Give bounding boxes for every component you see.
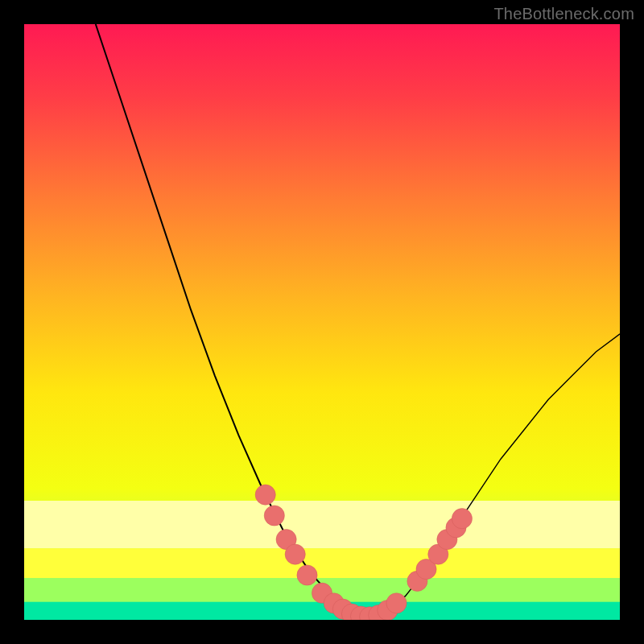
marker-point [285,544,305,564]
band-yellow [24,548,620,578]
marker-point [297,565,317,585]
marker-point [255,485,275,505]
chart-frame: TheBottleneck.com [0,0,644,644]
marker-point [264,506,284,526]
plot-area [24,24,620,620]
band-green [24,602,620,620]
watermark-text: TheBottleneck.com [493,5,634,23]
bottleneck-chart [24,24,620,620]
band-pale [24,501,620,548]
marker-point [386,593,407,613]
marker-point [452,509,472,529]
